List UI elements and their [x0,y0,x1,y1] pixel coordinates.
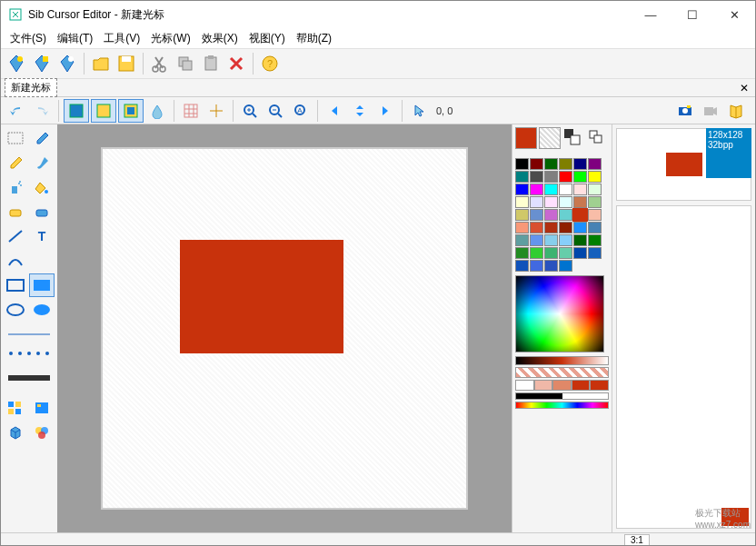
cut-button[interactable] [148,52,172,75]
palette-cell[interactable] [530,222,543,233]
palette-cell[interactable] [530,260,543,272]
color-scheme-tool[interactable] [29,421,55,444]
cube-tool[interactable] [3,421,28,444]
zoom-fit-button[interactable]: A [289,99,313,123]
palette-cell[interactable] [573,171,587,183]
palette-cell[interactable] [559,260,572,272]
save-button[interactable] [114,52,138,75]
spray-tool[interactable] [3,175,28,199]
grid-preset-tool[interactable] [3,396,28,420]
palette-cell[interactable] [573,196,587,208]
palette-cell[interactable] [544,171,558,183]
document-tab[interactable]: 新建光标 [5,78,57,97]
palette-cell[interactable] [530,209,543,221]
palette-cell[interactable] [530,196,543,208]
foreground-swatch[interactable] [515,127,537,149]
palette-cell[interactable] [530,234,543,246]
palette-cell[interactable] [588,247,602,259]
zoom-out-button[interactable] [264,99,287,123]
paste-button[interactable] [199,52,223,75]
drop-button[interactable] [145,99,169,123]
palette-preset-tool[interactable] [29,396,55,420]
fill-tool[interactable] [29,175,55,199]
menu-help[interactable]: 帮助(Z) [291,29,337,48]
redo-button[interactable] [30,99,54,123]
palette-cell[interactable] [573,234,587,246]
palette-cell[interactable] [515,196,529,208]
palette-cell[interactable] [559,247,572,259]
palette-cell[interactable] [559,196,572,208]
pattern-solid-tool[interactable] [3,372,55,384]
palette-cell[interactable] [573,184,587,195]
canvas[interactable] [103,149,466,508]
palette-cell[interactable] [559,184,572,195]
palette-cell[interactable] [588,222,602,233]
delete-button[interactable] [224,52,248,75]
format-info[interactable]: 128x128 32bpp [706,128,751,178]
palette-cell[interactable] [530,247,543,259]
palette-cell[interactable] [515,247,529,259]
menu-tools[interactable]: 工具(V) [98,29,145,48]
swap-colors-icon[interactable] [562,127,584,149]
palette-cell[interactable] [515,222,529,233]
palette-cell[interactable] [588,209,602,221]
brightness-slider[interactable] [515,356,609,365]
palette-cell[interactable] [588,171,602,183]
rect-outline-tool[interactable] [3,273,28,297]
close-button[interactable]: ✕ [713,1,755,28]
palette-cell[interactable] [588,158,602,170]
palette-cell[interactable] [544,234,558,246]
replace-color-tool[interactable] [29,200,55,223]
palette-cell[interactable] [515,234,529,246]
palette-cell[interactable] [530,158,543,170]
palette-cell[interactable] [588,234,602,246]
menu-edit[interactable]: 编辑(T) [52,29,98,48]
select-rect-tool[interactable] [3,126,28,150]
nav-right-button[interactable] [373,99,397,123]
palette-cell[interactable] [559,171,572,183]
zoom-ratio[interactable]: 3:1 [624,534,650,546]
new-ani-button[interactable] [30,52,54,75]
zoom-in-button[interactable] [238,99,262,123]
nav-updown-button[interactable] [348,99,372,123]
line-tool[interactable] [3,224,28,248]
minimize-button[interactable]: — [630,1,671,28]
book-button[interactable] [724,99,748,123]
palette-cell[interactable] [573,222,587,233]
copy-button[interactable] [174,52,197,75]
maximize-button[interactable]: ☐ [671,1,713,28]
palette-cell[interactable] [544,222,558,233]
palette-cell[interactable] [588,196,602,208]
palette-cell[interactable] [559,209,572,221]
palette-cell[interactable] [515,260,529,272]
layer1-button[interactable] [64,99,89,123]
ellipse-outline-tool[interactable] [3,298,28,322]
tab-close-button[interactable]: ✕ [737,81,751,95]
palette-cell[interactable] [573,209,587,221]
menu-cursor[interactable]: 光标(W) [145,29,195,48]
palette-cell[interactable] [559,158,572,170]
palette-cell[interactable] [530,171,543,183]
menu-view[interactable]: 视图(Y) [244,29,291,48]
bw-slider[interactable] [515,392,609,400]
curve-tool[interactable] [3,249,28,273]
new-cursor-button[interactable] [5,52,28,75]
palette-cell[interactable] [515,184,529,195]
color-picker-wheel[interactable] [515,275,604,352]
rect-fill-tool[interactable] [29,273,55,297]
hotspot-button[interactable] [204,99,228,123]
palette-cell[interactable] [515,158,529,170]
menu-effects[interactable]: 效果(X) [196,29,244,48]
size-1-tool[interactable] [3,323,55,346]
tint-bar[interactable] [515,380,609,391]
palette-cell[interactable] [544,158,558,170]
eyedropper-tool[interactable] [29,126,55,150]
palette-cell[interactable] [544,184,558,195]
palette-cell[interactable] [544,260,558,272]
menu-file[interactable]: 文件(S) [5,29,52,48]
open-button[interactable] [89,52,113,75]
palette-cell[interactable] [573,247,587,259]
help-button[interactable]: ? [258,52,282,75]
background-swatch[interactable] [539,127,561,149]
grid-button[interactable] [179,99,203,123]
